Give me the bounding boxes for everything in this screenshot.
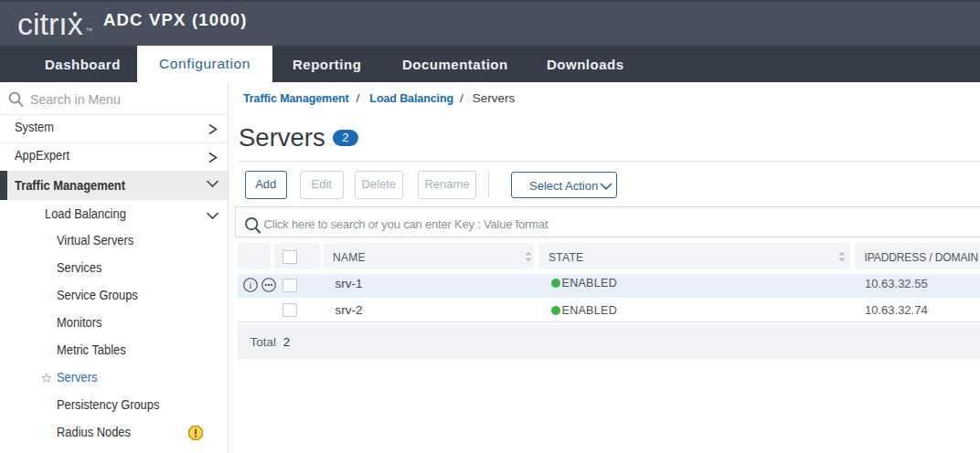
- svg-text:i: i: [250, 280, 252, 290]
